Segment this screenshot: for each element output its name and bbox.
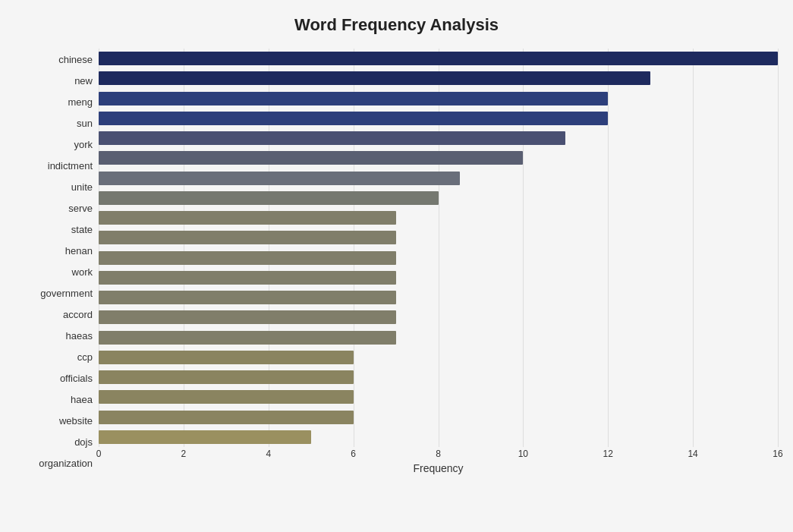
bar	[99, 211, 396, 225]
bar	[99, 131, 565, 145]
y-axis-label: henan	[15, 246, 93, 256]
y-axis-label: work	[15, 267, 93, 277]
x-tick-label: 14	[688, 449, 697, 459]
bar-row	[99, 248, 778, 268]
bar-row	[99, 148, 778, 168]
bar	[99, 71, 650, 85]
bar-row	[99, 89, 778, 109]
bar	[99, 331, 396, 345]
y-axis-label: website	[15, 416, 93, 426]
y-axis-label: ccp	[15, 352, 93, 362]
bar-row	[99, 109, 778, 128]
bar-row	[99, 128, 778, 148]
bar-row	[99, 408, 778, 427]
bars-and-xaxis: 0246810121416 Frequency	[99, 49, 778, 474]
gridline	[778, 49, 779, 447]
y-axis-label: meng	[15, 97, 93, 107]
x-axis-label: Frequency	[99, 462, 778, 474]
bar-row	[99, 387, 778, 407]
y-axis-label: haeas	[15, 331, 93, 341]
y-axis-label: serve	[15, 203, 93, 213]
bar	[99, 411, 354, 424]
bar	[99, 251, 396, 265]
bar-row	[99, 288, 778, 307]
bar	[99, 370, 354, 384]
bar-row	[99, 168, 778, 188]
bar	[99, 390, 354, 404]
y-axis-label: new	[15, 76, 93, 86]
bar	[99, 351, 354, 364]
bar-row	[99, 208, 778, 228]
bar	[99, 191, 439, 205]
bar	[99, 52, 778, 65]
bar-row	[99, 348, 778, 367]
bar	[99, 310, 396, 324]
y-axis-label: accord	[15, 310, 93, 320]
y-axis-label: york	[15, 140, 93, 150]
bar-row	[99, 427, 778, 447]
bar-row	[99, 228, 778, 247]
y-axis-label: indictment	[15, 161, 93, 171]
x-tick-label: 8	[436, 449, 441, 459]
bar-row	[99, 307, 778, 327]
y-axis-label: dojs	[15, 437, 93, 447]
x-tick-label: 12	[603, 449, 613, 459]
x-tick-label: 16	[773, 449, 782, 459]
y-axis-label: unite	[15, 182, 93, 192]
bar-row	[99, 367, 778, 387]
chart-title: Word Frequency Analysis	[15, 15, 778, 35]
chart-area: chinesenewmengsunyorkindictmentuniteserv…	[15, 49, 778, 474]
x-tick-label: 0	[96, 449, 102, 459]
y-axis-label: officials	[15, 373, 93, 383]
y-axis-label: organization	[15, 458, 93, 468]
bar	[99, 92, 608, 105]
chart-container: Word Frequency Analysis chinesenewmengsu…	[0, 0, 793, 532]
bar	[99, 271, 396, 285]
bars-area	[99, 49, 778, 447]
bar-row	[99, 328, 778, 348]
bar	[99, 231, 396, 244]
y-axis-label: sun	[15, 118, 93, 128]
bar	[99, 291, 396, 304]
bars-inner	[99, 49, 778, 447]
x-tick-label: 6	[351, 449, 356, 459]
y-axis-labels: chinesenewmengsunyorkindictmentuniteserv…	[15, 49, 99, 474]
bar	[99, 151, 523, 165]
bar-row	[99, 68, 778, 88]
bar-row	[99, 188, 778, 208]
y-axis-label: haea	[15, 395, 93, 405]
y-axis-label: chinese	[15, 55, 93, 65]
bar-row	[99, 49, 778, 68]
bar	[99, 430, 311, 444]
bar-row	[99, 268, 778, 288]
x-tick-label: 10	[518, 449, 528, 459]
y-axis-label: government	[15, 288, 93, 298]
y-axis-label: state	[15, 225, 93, 235]
bar	[99, 172, 460, 185]
bar	[99, 112, 608, 125]
x-tick-label: 4	[266, 449, 271, 459]
x-tick-label: 2	[181, 449, 187, 459]
